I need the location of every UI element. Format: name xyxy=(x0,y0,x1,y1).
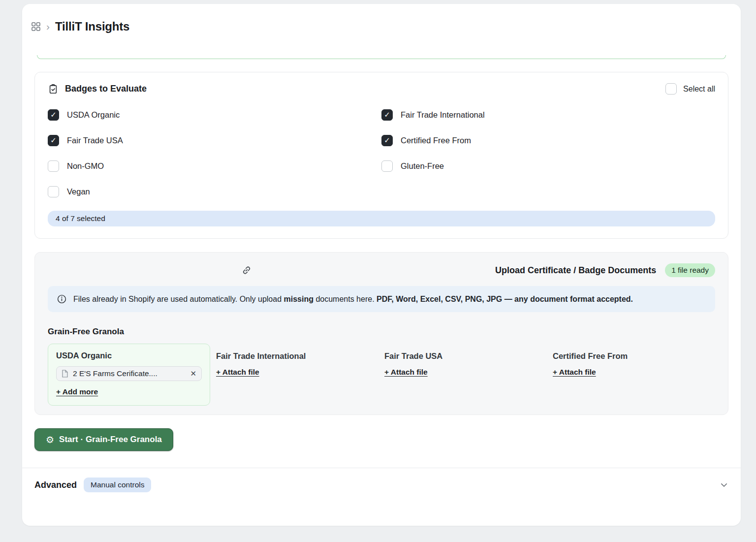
add-more-link[interactable]: + Add more xyxy=(56,387,98,396)
document-columns: USDA Organic 2 E'S Farms Cerificate.... … xyxy=(48,344,715,406)
badge-checkbox-vegan[interactable]: Vegan xyxy=(48,184,381,199)
chevron-right-icon: › xyxy=(46,21,50,32)
badge-label: Non-GMO xyxy=(67,161,104,171)
doc-column-fair-trade-international: Fair Trade International + Attach file xyxy=(216,344,378,377)
checkbox[interactable] xyxy=(381,160,393,172)
select-all-checkbox[interactable] xyxy=(665,83,677,95)
checkbox[interactable] xyxy=(381,109,393,121)
attach-file-link[interactable]: + Attach file xyxy=(216,368,259,377)
badges-card-header: Badges to Evaluate Select all xyxy=(48,83,715,95)
selection-summary: 4 of 7 selected xyxy=(48,211,715,226)
badges-card-title: Badges to Evaluate xyxy=(65,84,147,94)
link-icon xyxy=(241,265,252,276)
badge-label: Fair Trade International xyxy=(401,110,485,120)
main-panel: › TilliT Insights Badges to Evaluate Sel… xyxy=(22,4,741,526)
advanced-section-toggle[interactable]: Advanced Manual controls xyxy=(22,468,741,492)
select-all-label: Select all xyxy=(683,85,715,94)
previous-card-bottom-edge xyxy=(37,55,726,59)
checkbox[interactable] xyxy=(48,160,59,172)
upload-card-title: Upload Certificate / Badge Documents xyxy=(495,265,656,276)
start-button-label: Start · Grain-Free Granola xyxy=(59,435,162,445)
badge-label: Fair Trade USA xyxy=(67,136,123,145)
checkbox[interactable] xyxy=(48,109,59,121)
doc-column-title: Certified Free From xyxy=(553,351,715,361)
doc-column-usda-organic: USDA Organic 2 E'S Farms Cerificate.... … xyxy=(48,344,210,406)
select-all[interactable]: Select all xyxy=(665,83,715,95)
manual-controls-badge: Manual controls xyxy=(84,478,151,492)
attach-file-link[interactable]: + Attach file xyxy=(384,368,428,377)
doc-column-title: Fair Trade USA xyxy=(384,351,547,361)
badge-column-right: Fair Trade International Certified Free … xyxy=(381,107,715,199)
breadcrumb: › TilliT Insights xyxy=(22,4,741,33)
badge-checkbox-fair-trade-usa[interactable]: Fair Trade USA xyxy=(48,133,381,148)
doc-column-title: Fair Trade International xyxy=(216,351,378,361)
doc-column-certified-free-from: Certified Free From + Attach file xyxy=(553,344,715,377)
badges-card: Badges to Evaluate Select all USDA Organ… xyxy=(34,72,728,239)
gear-icon: ⚙ xyxy=(46,435,54,445)
chevron-down-icon[interactable] xyxy=(720,480,728,489)
doc-column-title: USDA Organic xyxy=(56,351,202,360)
upload-info-box: Files already in Shopify are used automa… xyxy=(48,286,715,312)
badge-checkbox-grid: USDA Organic Fair Trade USA Non-GMO Vega… xyxy=(48,107,715,199)
upload-documents-card: Upload Certificate / Badge Documents 1 f… xyxy=(34,252,728,415)
badge-column-left: USDA Organic Fair Trade USA Non-GMO Vega… xyxy=(48,107,381,199)
badge-checkbox-gluten-free[interactable]: Gluten-Free xyxy=(381,159,715,173)
clipboard-check-icon xyxy=(48,84,59,95)
product-name: Grain-Free Granola xyxy=(48,327,715,337)
badge-label: Certified Free From xyxy=(401,136,471,145)
checkbox[interactable] xyxy=(48,135,59,146)
badge-checkbox-fair-trade-international[interactable]: Fair Trade International xyxy=(381,107,715,122)
file-ready-badge: 1 file ready xyxy=(665,263,715,277)
upload-info-text: Files already in Shopify are used automa… xyxy=(73,293,633,305)
start-evaluation-button[interactable]: ⚙ Start · Grain-Free Granola xyxy=(34,428,173,451)
uploaded-file-name: 2 E'S Farms Cerificate.... xyxy=(73,369,158,378)
checkbox[interactable] xyxy=(381,135,393,146)
page-title: TilliT Insights xyxy=(55,20,129,33)
badge-checkbox-certified-free-from[interactable]: Certified Free From xyxy=(381,133,715,148)
remove-file-icon[interactable]: ✕ xyxy=(190,370,196,378)
uploaded-file-chip: 2 E'S Farms Cerificate.... ✕ xyxy=(56,366,202,381)
upload-card-header: Upload Certificate / Badge Documents 1 f… xyxy=(48,263,715,277)
apps-grid-icon[interactable] xyxy=(31,22,41,32)
doc-column-fair-trade-usa: Fair Trade USA + Attach file xyxy=(384,344,547,377)
checkbox[interactable] xyxy=(48,186,59,197)
advanced-label: Advanced xyxy=(34,480,77,490)
badge-checkbox-non-gmo[interactable]: Non-GMO xyxy=(48,159,381,173)
badge-label: Vegan xyxy=(67,187,90,196)
attach-file-link[interactable]: + Attach file xyxy=(553,368,596,377)
info-icon xyxy=(57,294,67,304)
document-icon xyxy=(62,370,68,378)
badge-label: Gluten-Free xyxy=(401,161,444,171)
badge-label: USDA Organic xyxy=(67,110,120,120)
badge-checkbox-usda-organic[interactable]: USDA Organic xyxy=(48,107,381,122)
